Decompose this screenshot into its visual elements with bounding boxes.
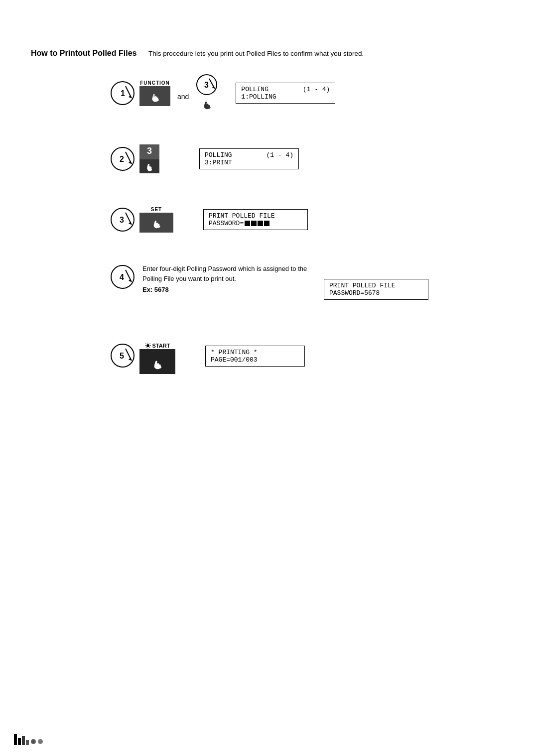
step-2: 2 3 POLLING (1 - 4) 3:PRINT xyxy=(110,144,299,173)
step-badge-1: 1 xyxy=(110,80,135,106)
step1-display: POLLING (1 - 4) 1:POLLING xyxy=(236,83,335,104)
svg-line-31 xyxy=(149,344,150,345)
svg-line-30 xyxy=(149,347,150,348)
step5-display-line2: PAGE=001/003 xyxy=(211,356,299,364)
start-button-body xyxy=(139,349,175,374)
function-button-label: FUNCTION xyxy=(140,80,170,86)
start-button-area: START xyxy=(139,343,175,374)
svg-text:3: 3 xyxy=(120,216,124,224)
step2-display-line1-left: POLLING xyxy=(205,151,232,159)
bottom-watermark xyxy=(14,734,43,745)
svg-text:4: 4 xyxy=(120,273,124,281)
svg-text:5: 5 xyxy=(120,352,124,360)
set-button-body xyxy=(139,213,173,233)
step-5: 5 START xyxy=(110,343,305,374)
step-badge-5: 5 xyxy=(110,343,135,369)
function-button-area: FUNCTION xyxy=(139,80,170,106)
step3-display-line1: PRINT POLLED FILE xyxy=(209,212,302,220)
step4-example: Ex: 5678 xyxy=(142,286,307,293)
step3-display-line2: PASSWORD= xyxy=(209,220,302,227)
step2-digit-body xyxy=(139,159,159,173)
step-1: 1 FUNCTION and xyxy=(110,74,335,113)
step-badge-4: 4 xyxy=(110,264,135,290)
step4-display: PRINT POLLED FILE PASSWORD=5678 xyxy=(324,279,428,300)
step1-digit-badge: 3 xyxy=(196,74,218,96)
start-button-label: START xyxy=(145,343,170,349)
step2-button-area: 3 xyxy=(139,144,159,173)
svg-text:2: 2 xyxy=(120,155,124,163)
step2-display-line1-right: (1 - 4) xyxy=(266,151,293,159)
step4-display-line2: PASSWORD=5678 xyxy=(329,289,423,297)
step4-text: Enter four-digit Polling Password which … xyxy=(142,264,307,283)
step-badge-3: 3 xyxy=(110,207,135,233)
set-button-label: SET xyxy=(151,207,162,212)
password-squares xyxy=(245,221,269,226)
step3-display: PRINT POLLED FILE PASSWORD= xyxy=(203,209,308,230)
step4-display-line1: PRINT POLLED FILE xyxy=(329,282,423,289)
svg-line-32 xyxy=(145,347,146,348)
step2-digit-display: 3 xyxy=(139,144,159,159)
step1-finger xyxy=(199,98,214,113)
set-button-area: SET xyxy=(139,207,173,233)
function-button-body xyxy=(139,86,170,106)
step1-display-line1-left: POLLING xyxy=(241,86,269,93)
section-title: How to Printout Polled Files xyxy=(31,49,136,58)
step5-display-line1: * PRINTING * xyxy=(211,349,299,356)
page-description: This procedure lets you print out Polled… xyxy=(148,50,364,57)
step1-display-line1-right: (1 - 4) xyxy=(303,86,330,93)
svg-point-24 xyxy=(146,344,149,347)
step2-display: POLLING (1 - 4) 3:PRINT xyxy=(199,148,299,169)
step-4: 4 Enter four-digit Polling Password whic… xyxy=(110,264,307,293)
svg-text:3: 3 xyxy=(204,81,209,89)
step2-display-line2: 3:PRINT xyxy=(205,159,293,166)
step-3: 3 SET PRINT POLLED FILE PASSWORD= xyxy=(110,207,308,233)
svg-text:1: 1 xyxy=(121,89,125,98)
step-badge-2: 2 xyxy=(110,146,135,172)
step1-second-button: 3 xyxy=(196,74,218,113)
step5-display: * PRINTING * PAGE=001/003 xyxy=(205,346,305,367)
svg-line-29 xyxy=(145,344,146,345)
step1-display-line2: 1:POLLING xyxy=(241,93,330,101)
and-connector: and xyxy=(177,93,189,101)
